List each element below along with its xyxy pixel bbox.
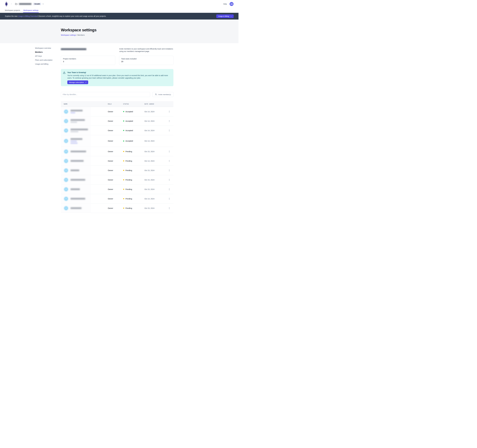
member-identity-redacted [71, 119, 85, 123]
row-menu-button[interactable] [168, 159, 170, 163]
member-avatar [64, 178, 68, 182]
help-link[interactable]: Help [223, 3, 227, 5]
members-table: NAME ROLE STATUS DATE ADDED Owner Accept… [61, 101, 173, 213]
member-email-redacted [71, 170, 79, 171]
member-email-redacted [71, 160, 83, 162]
member-avatar [64, 150, 68, 153]
manage-subscription-button[interactable]: Manage subscription ↗ [67, 80, 88, 84]
sidebar-item-api-keys[interactable]: API keys [35, 55, 53, 57]
avatar-initials-redacted [65, 130, 67, 131]
breadcrumb-link-workspace-settings[interactable]: Workspace settings [61, 34, 76, 36]
member-date-added: Oct 14, 2024 [144, 120, 165, 122]
folder-icon [15, 3, 17, 5]
member-status: Pending [123, 207, 144, 209]
status-dot [123, 179, 124, 180]
table-row: Owner Pending Oct 15, 2024 [61, 185, 173, 194]
member-role: Owner [108, 111, 123, 113]
row-menu-button[interactable] [168, 129, 170, 132]
filter-input[interactable] [61, 92, 150, 97]
member-role: Owner [108, 170, 123, 171]
sidebar-item-plans-subscription[interactable]: Plans and subscription [35, 59, 53, 61]
table-row: Owner Accepted Oct 14, 2024 [61, 107, 173, 116]
member-identity-redacted [71, 151, 86, 152]
member-date-added: Oct 15, 2024 [144, 207, 165, 209]
content-area: Workspace overview Members API keys Plan… [0, 43, 238, 213]
tab-workspace-projects[interactable]: Workspace projects [5, 8, 20, 13]
avatar-initials-redacted [65, 111, 67, 112]
status-dot [123, 189, 124, 190]
sidebar-item-members[interactable]: Members [35, 51, 53, 53]
member-date-added: Oct 15, 2024 [144, 170, 165, 171]
status-dot [123, 121, 124, 121]
member-email-redacted [71, 110, 83, 111]
banner-text-before: Explore the new [5, 15, 18, 17]
tab-workspace-settings[interactable]: Workspace settings [23, 8, 39, 13]
row-menu-button[interactable] [168, 150, 170, 153]
stat-card-project-members: Project members 3 [61, 56, 115, 65]
status-label: Accepted [125, 111, 133, 113]
stat-value: 20 [121, 60, 171, 63]
plan-badge[interactable]: Growth [33, 3, 41, 5]
invite-members-button[interactable]: Invite member(s) [152, 92, 173, 97]
member-date-added: Oct 15, 2024 [144, 151, 165, 152]
page-title: Workspace settings [61, 28, 238, 32]
status-dot [123, 170, 124, 171]
member-name-cell [61, 119, 108, 123]
member-name-cell [61, 159, 108, 163]
app-logo-icon[interactable] [5, 2, 8, 6]
status-label: Accepted [125, 140, 133, 142]
status-label: Accepted [125, 120, 133, 122]
member-name-cell [61, 178, 108, 182]
table-body: Owner Accepted Oct 14, 2024 Owner Accept… [61, 107, 173, 213]
row-menu-button[interactable] [168, 207, 170, 210]
row-menu-button[interactable] [168, 169, 170, 172]
member-name-cell [61, 150, 108, 153]
member-avatar [64, 197, 68, 201]
row-menu-button[interactable] [168, 197, 170, 200]
row-menu-button[interactable] [168, 178, 170, 182]
member-date-added: Oct 14, 2024 [144, 160, 165, 162]
member-identity-redacted [71, 188, 80, 190]
top-navigation-bar: / Growth Help AB [0, 0, 238, 8]
breadcrumb-separator: / [76, 34, 78, 36]
usage-billing-button[interactable]: Usage & Billing → [216, 14, 234, 18]
member-status: Accepted [123, 130, 144, 132]
chevron-down-icon[interactable] [42, 3, 44, 5]
member-status: Pending [123, 179, 144, 181]
sidebar-item-workspace-overview[interactable]: Workspace overview [35, 47, 53, 49]
row-menu-button[interactable] [168, 188, 170, 191]
row-actions [165, 120, 173, 123]
table-row: Owner Pending Oct 14, 2024 [61, 156, 173, 166]
row-actions [165, 139, 173, 143]
member-status: Pending [123, 198, 144, 200]
member-email-redacted [71, 151, 86, 152]
member-email-redacted [71, 198, 85, 200]
column-header-name: NAME [61, 103, 108, 105]
banner-text: Explore the new Usage & Billing Overview… [5, 15, 106, 17]
avatar-initials-redacted [65, 151, 67, 152]
status-dot [123, 111, 124, 112]
member-role: Owner [108, 198, 123, 200]
member-subname-redacted [71, 112, 75, 113]
row-actions [165, 159, 173, 163]
table-row: Owner Accepted Oct 14, 2024 [61, 116, 173, 126]
member-date-added: Oct 14, 2024 [144, 198, 165, 200]
invite-description: Invite members to your workspace and eff… [119, 48, 173, 56]
sidebar-item-usage-billing[interactable]: Usage and billing [35, 63, 53, 65]
usage-billing-banner: Explore the new Usage & Billing Overview… [0, 13, 238, 19]
table-header: NAME ROLE STATUS DATE ADDED [61, 101, 173, 107]
member-name-cell [61, 169, 108, 172]
row-menu-button[interactable] [168, 110, 170, 113]
row-actions [165, 207, 173, 210]
member-identity-redacted [71, 207, 82, 209]
member-avatar [64, 159, 68, 163]
status-label: Pending [125, 179, 132, 181]
usage-billing-overview-link[interactable]: Usage & Billing Overview [18, 15, 37, 17]
avatar-initials-redacted [65, 189, 67, 190]
settings-sidebar: Workspace overview Members API keys Plan… [35, 47, 53, 67]
row-menu-button[interactable] [168, 120, 170, 123]
banner-text-after: ! Discover a fresh, insightful way to ex… [37, 15, 106, 17]
workspace-name-redacted[interactable] [19, 3, 31, 5]
user-avatar[interactable]: AB [230, 2, 233, 6]
members-section: Invite members to your workspace and eff… [61, 43, 173, 213]
